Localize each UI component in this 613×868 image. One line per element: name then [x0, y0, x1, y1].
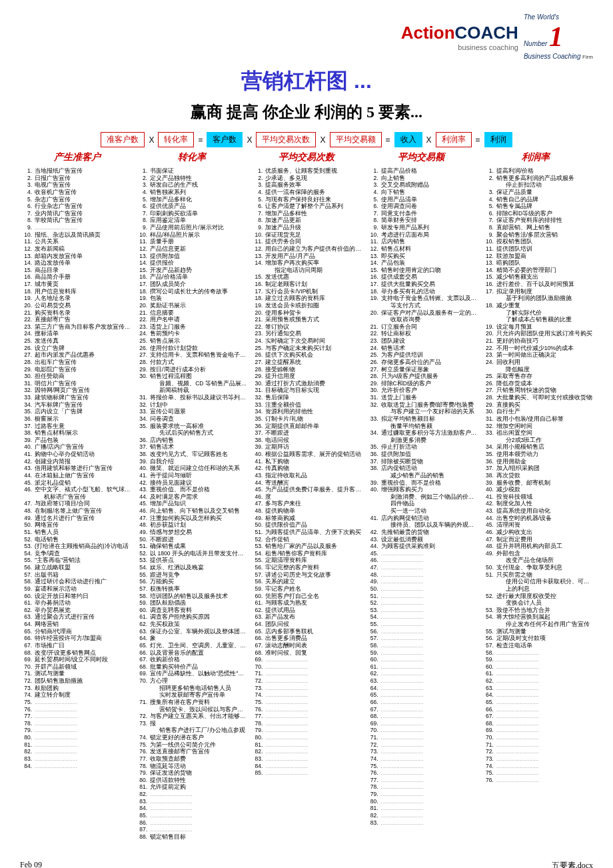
list-item: 度 — [251, 493, 362, 501]
list-item: 设定开放日和签约日 — [20, 593, 131, 600]
list-item: 根据公益顾客需求、展开的促销活动 — [251, 451, 362, 458]
list-item: 店内销售 — [366, 238, 478, 245]
column-header: 平均交易次数 — [249, 151, 364, 163]
list-item: 支持电子资金售点转账、支票以及信用卡 — [366, 295, 478, 302]
list-item: 城市黄页 — [20, 281, 131, 288]
list-item — [251, 769, 362, 777]
list-item: 销售给厂家的产品以及服务 — [251, 543, 362, 550]
list-item: 上的利息 — [482, 585, 593, 593]
list-item: 收取预查邮费 — [135, 755, 247, 763]
list-item — [366, 635, 478, 642]
list-item: 考虑进行店面布局 — [366, 231, 478, 239]
list-item — [20, 224, 131, 231]
list-item: 销售点材料/展示 — [20, 429, 131, 437]
list-item: 建筑物标牌广告宣传 — [20, 394, 131, 401]
list-item: 以 1800 开头的电话并且带发支付地址 — [135, 550, 247, 557]
list-item — [366, 748, 478, 755]
list-item: 减少销售产品的销售 — [366, 472, 478, 479]
list-item — [366, 585, 478, 593]
list-item: 应用鉴定清单 — [135, 217, 247, 224]
list-item — [20, 734, 131, 741]
col-margin: 提高利润/价格销售更多高利润的产品或服务停止折扣活动保证产品质量销售自己的品牌销… — [482, 167, 593, 840]
list-item: 调查客户拒绝购买原因 — [135, 613, 247, 621]
list-item: 日报广告宣传 — [20, 175, 131, 182]
list-item: 延长贸易时间/设立不同时段 — [20, 656, 131, 663]
list-item — [366, 550, 478, 557]
list-item: 搜标清单 — [20, 330, 131, 337]
list-item: 销售自己的品牌 — [482, 196, 593, 203]
list-item: 投资科技领域 — [482, 493, 593, 501]
list-item: 超市内派发产品优惠券 — [20, 351, 131, 359]
list-item: 商品简介手册 — [20, 273, 131, 281]
list-item — [251, 706, 362, 713]
list-item: 服装要求统一高标准 — [135, 423, 247, 430]
list-item: 建立转介制度 — [20, 691, 131, 699]
list-item: 清理闲资 — [482, 521, 593, 529]
list-item — [482, 763, 593, 770]
list-item: 目标确定与目标实现 — [251, 387, 362, 394]
list-item — [20, 713, 131, 720]
list-item: 保证客户对产品以及服务有一定的了解 — [366, 309, 478, 317]
list-item — [366, 713, 478, 720]
list-item — [366, 777, 478, 784]
list-item: 店内销售 — [135, 437, 247, 444]
list-item: 培训团队的销售以及服务技术 — [135, 593, 247, 600]
list-item: 邮箱内发放宣传单 — [20, 253, 131, 260]
list-item: 娱乐、红酒以及晚宴 — [135, 564, 247, 571]
list-item: 通过聚会方式进行宣传 — [20, 613, 131, 621]
list-item: 借用建筑和标签进行广告宣传 — [20, 465, 131, 472]
list-item: 降低存货成本 — [482, 380, 593, 387]
list-item: 使用公司信用卡获取积分、可免除55天以 — [482, 578, 593, 585]
list-item: 象 — [135, 635, 247, 642]
list-item: 提供优质产品 — [135, 203, 247, 210]
list-item: 批量购买特价产品 — [135, 663, 247, 671]
list-item — [135, 805, 247, 812]
list-item — [366, 642, 478, 649]
list-item: 指定待收取礼品 — [251, 472, 362, 479]
list-item — [366, 599, 478, 607]
list-item: 实时确定下次交易时间 — [251, 337, 362, 345]
list-item — [251, 763, 362, 770]
list-item: 另行通知交易 — [251, 330, 362, 337]
list-item — [251, 713, 362, 720]
list-item: 销售专属品牌 — [482, 203, 593, 210]
list-item: 行业杂志广告宣传 — [20, 203, 131, 210]
list-item: 只销售周转快速的货物 — [482, 387, 593, 394]
list-item: 提供报价 — [135, 259, 247, 267]
list-item: 团队鼓励倡函 — [135, 599, 247, 607]
list-item — [482, 706, 593, 713]
list-item: 注重如何购买以及怎样购买 — [135, 515, 247, 522]
list-item — [482, 656, 593, 663]
list-item: 奖励证书展示 — [135, 302, 247, 309]
list-item — [366, 593, 478, 600]
list-item: 包装 — [135, 295, 247, 302]
list-item — [366, 656, 478, 663]
column-header: 产生准客户 — [20, 151, 135, 163]
list-item: 刺激消费、例如三个物品的价格可以购买 — [366, 493, 478, 501]
list-item: 橱窗展示 — [20, 415, 131, 423]
list-item: "主客再临"营销法 — [20, 557, 131, 564]
list-item: 接待员、团队以及车辆的外观与形象 — [366, 521, 478, 529]
list-item: 团队问候 — [251, 621, 362, 628]
list-item — [366, 741, 478, 749]
list-item: 加速产品更新 — [251, 217, 362, 224]
list-item: 资源利用的排他性 — [251, 408, 362, 415]
list-item: 滚动志酬时间表 — [251, 642, 362, 649]
list-item — [251, 677, 362, 685]
list-item — [366, 769, 478, 777]
list-item: 通过名片进行广告宣传 — [20, 515, 131, 522]
list-item: 万能购买 — [135, 578, 247, 585]
list-item — [20, 748, 131, 755]
list-item: 提供附加值 — [366, 451, 478, 458]
formula-op: X — [245, 135, 253, 145]
list-item: 为第一线供公司简介元件 — [135, 741, 247, 749]
list-item: 增加产品多样化 — [135, 196, 247, 203]
list-item: 明信片广告宣传 — [20, 380, 131, 387]
list-item: 收取送货上门服务费/邮寄费/包装费 — [366, 401, 478, 409]
list-item: 指定电话访问周期 — [251, 267, 362, 274]
list-item: 不用一时代价减少10%的成本 — [482, 345, 593, 352]
list-item — [482, 663, 593, 671]
list-item: 自我介绍 — [135, 458, 247, 465]
list-item: 牢记完整的客户资料 — [251, 564, 362, 571]
list-item: 拟定平均销售额目标 — [366, 415, 478, 423]
